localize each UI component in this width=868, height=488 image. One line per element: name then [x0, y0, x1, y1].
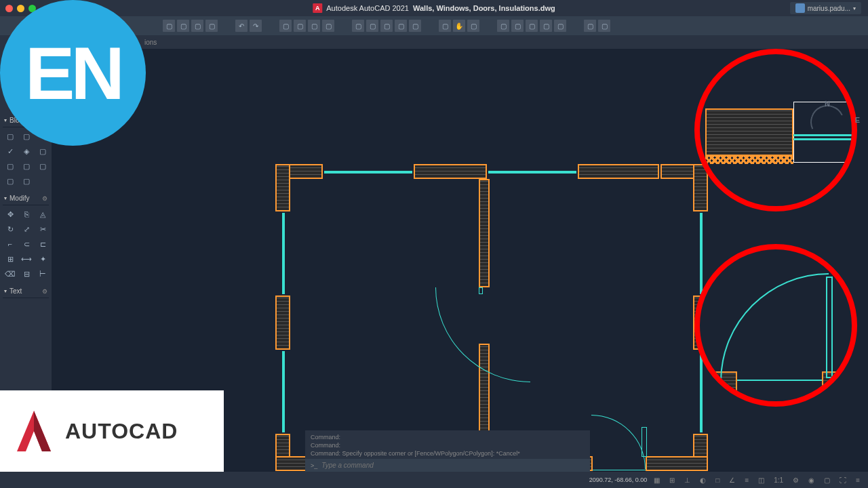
plot-icon[interactable]: ▢ — [279, 20, 292, 32]
otrack-toggle-icon[interactable]: ∠ — [726, 475, 738, 485]
close-window-button[interactable] — [5, 5, 13, 12]
ribbon-tab-fragment[interactable]: ions — [144, 39, 157, 46]
insert-block-icon[interactable]: ▢ — [3, 129, 18, 143]
undo-icon[interactable]: ↶ — [235, 20, 248, 32]
door-threshold — [593, 470, 646, 470]
block-replace-icon[interactable]: ▢ — [35, 159, 50, 173]
rotate-tool-icon[interactable]: ↻ — [3, 222, 18, 236]
layer-props-icon[interactable]: ▢ — [395, 20, 407, 32]
sheet-icon[interactable]: ▢ — [352, 20, 364, 32]
group-icon[interactable]: ▢ — [598, 20, 610, 32]
batch-plot-icon[interactable]: ▢ — [308, 20, 320, 32]
polar-toggle-icon[interactable]: ◐ — [697, 475, 709, 485]
isolate-icon[interactable]: ◉ — [806, 475, 817, 485]
transparency-toggle-icon[interactable]: ◫ — [755, 475, 767, 485]
erase-tool-icon[interactable]: ⌫ — [3, 267, 18, 281]
sheet-set-icon[interactable]: ▢ — [366, 20, 378, 32]
window-segment — [324, 172, 412, 174]
modify-panel-header[interactable]: Modify ⚙ — [3, 192, 49, 205]
tool-palettes-icon[interactable]: ▢ — [526, 20, 538, 32]
block-base-icon[interactable]: ▢ — [19, 174, 34, 188]
stretch-tool-icon[interactable]: ⟷ — [19, 252, 34, 266]
block-count-icon[interactable]: ▢ — [3, 174, 18, 188]
snap-toggle-icon[interactable]: ⊞ — [667, 475, 677, 485]
select-icon[interactable]: ▢ — [439, 20, 451, 32]
attribute-icon[interactable]: ◈ — [19, 144, 34, 158]
fillet-tool-icon[interactable]: ⊂ — [19, 237, 34, 251]
attdef-icon[interactable]: ▢ — [35, 144, 50, 158]
command-input-row: >_ — [305, 459, 590, 472]
gear-icon[interactable]: ⚙ — [42, 288, 47, 295]
pan-icon[interactable]: ✋ — [453, 20, 465, 32]
scale-tool-icon[interactable]: ⤢ — [19, 222, 34, 236]
gear-icon[interactable]: ⚙ — [42, 195, 47, 202]
language-badge: EN — [0, 0, 146, 146]
door-leaf — [642, 427, 647, 457]
user-account-menu[interactable]: marius.padu... ▾ — [790, 2, 861, 14]
ortho-toggle-icon[interactable]: ⊥ — [682, 475, 693, 485]
minimize-window-button[interactable] — [17, 5, 24, 12]
break-tool-icon[interactable]: ⊢ — [35, 267, 50, 281]
text-panel-header[interactable]: Text ⚙ — [3, 285, 49, 298]
mirror-tool-icon[interactable]: ◬ — [35, 207, 50, 221]
window-segment — [488, 172, 576, 174]
door-swing-arc — [591, 415, 646, 469]
hardware-accel-icon[interactable]: ▢ — [821, 475, 833, 485]
design-center-icon[interactable]: ▢ — [511, 20, 524, 32]
annotation-scale[interactable]: 1:1 — [771, 475, 786, 485]
dwg-icon[interactable]: ▢ — [409, 20, 421, 32]
autocad-logo-overlay: AUTOCAD — [0, 390, 224, 472]
lineweight-toggle-icon[interactable]: ≡ — [742, 475, 751, 485]
app-name: Autodesk AutoCAD 2021 — [326, 4, 409, 12]
copy-tool-icon[interactable]: ⎘ — [19, 207, 34, 221]
view-cube[interactable]: N E — [807, 100, 848, 140]
new-file-icon[interactable]: ▢ — [163, 20, 175, 32]
workspace-icon[interactable]: ⚙ — [790, 475, 802, 485]
wblock-icon[interactable]: ✓ — [3, 144, 18, 158]
redo-icon[interactable]: ↷ — [250, 20, 262, 32]
clean-screen-icon[interactable]: ⛶ — [837, 475, 849, 485]
array-tool-icon[interactable]: ⊞ — [3, 252, 18, 266]
save-icon[interactable]: ▢ — [191, 20, 203, 32]
window-segment — [701, 213, 703, 294]
dimension-icon[interactable]: ▢ — [540, 20, 552, 32]
properties-icon[interactable]: ▢ — [497, 20, 509, 32]
grid-toggle-icon[interactable]: ▦ — [651, 475, 663, 485]
osnap-toggle-icon[interactable]: □ — [713, 475, 722, 485]
block-icon[interactable]: ▢ — [584, 20, 596, 32]
chevron-down-icon: ▾ — [853, 5, 856, 12]
user-name: marius.padu... — [808, 5, 850, 12]
wall-segment — [275, 296, 290, 350]
app-title: A Autodesk AutoCAD 2021 Walls, Windows, … — [313, 3, 555, 13]
publish-icon[interactable]: ▢ — [322, 20, 334, 32]
command-prompt-icon: >_ — [311, 462, 317, 469]
save-as-icon[interactable]: ▢ — [205, 20, 218, 32]
command-history-line: Command: Specify opposite corner or [Fen… — [311, 449, 585, 458]
offset-tool-icon[interactable]: ⊏ — [35, 237, 50, 251]
command-window[interactable]: Command: Command: Command: Specify oppos… — [305, 430, 590, 472]
autocad-a-icon — [14, 407, 54, 455]
command-input[interactable] — [321, 462, 585, 469]
align-tool-icon[interactable]: ⊟ — [19, 267, 34, 281]
status-bar: 2090.72, -68.66, 0.00 ▦ ⊞ ⊥ ◐ □ ∠ ≡ ◫ 1:… — [0, 472, 868, 488]
customize-icon[interactable]: ≡ — [853, 475, 863, 485]
brick-detail — [705, 108, 793, 156]
zoom-icon[interactable]: ▢ — [467, 20, 479, 32]
layer-icon[interactable]: ▢ — [380, 20, 393, 32]
block-editor-icon[interactable]: ▢ — [3, 159, 18, 173]
plot-preview-icon[interactable]: ▢ — [294, 20, 306, 32]
extend-tool-icon[interactable]: ⌐ — [3, 237, 18, 251]
door-arc-detail — [720, 273, 829, 382]
open-file-icon[interactable]: ▢ — [177, 20, 189, 32]
nav-east[interactable]: E — [855, 116, 860, 124]
block-sync-icon[interactable]: ▢ — [19, 159, 34, 173]
measure-icon[interactable]: ▢ — [554, 20, 566, 32]
move-tool-icon[interactable]: ✥ — [3, 207, 18, 221]
explode-tool-icon[interactable]: ✦ — [35, 252, 50, 266]
threshold-line — [737, 380, 822, 381]
trim-tool-icon[interactable]: ✂ — [35, 222, 50, 236]
wall-segment — [275, 164, 290, 211]
wall-segment — [479, 179, 490, 287]
window-segment — [283, 213, 285, 294]
nav-north[interactable]: N — [825, 100, 830, 108]
